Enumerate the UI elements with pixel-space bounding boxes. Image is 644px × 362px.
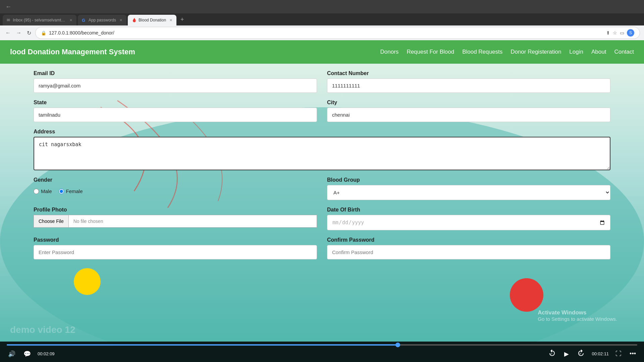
form-row-photo-dob: Profile Photo Choose File No file chosen… — [34, 207, 610, 230]
new-tab-button[interactable]: + — [178, 15, 187, 24]
tab-blood-label: Blood Donation — [139, 18, 166, 22]
more-options-button[interactable]: ••• — [628, 350, 637, 358]
navbar: lood Donation Management System Donors R… — [0, 40, 644, 64]
city-label: City — [327, 100, 610, 106]
tab-passwords-close[interactable]: ✕ — [119, 18, 122, 22]
form-row-gender-blood: Gender Male Female Blood Group A+ A- — [34, 177, 610, 200]
nav-brand: lood Donation Management System — [10, 48, 135, 56]
nav-link-contact[interactable]: Contact — [614, 49, 634, 55]
file-input-row: Choose File No file chosen — [34, 215, 317, 228]
state-input[interactable] — [34, 108, 317, 122]
form-row-state-city: State City — [34, 100, 610, 122]
tab-bar: ✉ Inbox (95) - selvamselvamtamil0... ✕ G… — [0, 13, 644, 25]
nav-forward-btn[interactable]: → — [15, 28, 23, 37]
gender-radio-group: Male Female — [34, 185, 317, 197]
form-group-confirm-password: Confirm Password — [327, 237, 610, 259]
nav-link-login[interactable]: Login — [569, 49, 583, 55]
nav-link-donors[interactable]: Donors — [380, 49, 399, 55]
video-progress-thumb[interactable] — [395, 343, 400, 347]
play-button[interactable]: ▶ — [563, 350, 570, 358]
tab-inbox-close[interactable]: ✕ — [69, 18, 72, 22]
nav-link-donor-registration[interactable]: Donor Registeration — [511, 49, 561, 55]
form-group-blood-group: Blood Group A+ A- B+ B- AB+ AB- O+ O- — [327, 177, 610, 200]
contact-label: Contact Number — [327, 70, 610, 76]
video-controls-right: 10 ▶ 30 00:02:11 ⛶ ••• — [547, 348, 637, 359]
confirm-password-input[interactable] — [327, 245, 610, 259]
gender-female-text: Female — [66, 188, 83, 194]
state-label: State — [34, 100, 317, 106]
fullscreen-exit-button[interactable]: ⛶ — [614, 350, 623, 358]
form-container: Email ID Contact Number State City Addre… — [0, 64, 644, 273]
back-button[interactable]: ← — [3, 2, 14, 12]
current-time: 00:02:09 — [38, 351, 55, 356]
tab-blood[interactable]: 🩸 Blood Donation ✕ — [128, 15, 176, 25]
blood-group-label: Blood Group — [327, 177, 610, 183]
tab-blood-close[interactable]: ✕ — [169, 18, 172, 22]
dob-input[interactable] — [327, 215, 610, 230]
city-input[interactable] — [327, 108, 610, 122]
nav-back-btn[interactable]: ← — [4, 28, 12, 37]
form-group-address: Address cit nagarsxbak — [34, 129, 610, 170]
tab-inbox-favicon: ✉ — [7, 18, 11, 22]
address-textarea[interactable]: cit nagarsxbak — [34, 137, 610, 170]
subtitles-button[interactable]: 💬 — [22, 350, 32, 358]
gender-male-radio[interactable] — [34, 189, 39, 194]
tab-inbox[interactable]: ✉ Inbox (95) - selvamselvamtamil0... ✕ — [3, 15, 76, 25]
sidebar-icon[interactable]: ▭ — [620, 30, 624, 36]
lock-icon: 🔒 — [41, 31, 46, 36]
address-bar-row: ← → ↻ 🔒 127.0.0.1:8000/become_donor/ ⬆ ☆… — [0, 25, 644, 40]
gender-male-label[interactable]: Male — [34, 188, 52, 194]
gender-male-text: Male — [41, 188, 52, 194]
forward-30-button[interactable]: 30 — [576, 348, 586, 359]
form-group-email: Email ID — [34, 70, 317, 93]
rewind-10-button[interactable]: 10 — [547, 348, 557, 359]
video-player-overlay: 🔊 💬 00:02:09 10 ▶ 30 00:02:11 ⛶ ••• — [0, 342, 644, 362]
activate-windows-subtitle: Go to Settings to activate Windows. — [538, 316, 617, 322]
form-group-city: City — [327, 100, 610, 122]
address-text: 127.0.0.1:8000/become_donor/ — [49, 30, 114, 36]
share-icon[interactable]: ⬆ — [606, 30, 610, 36]
form-group-state: State — [34, 100, 317, 122]
address-bar-icons: ⬆ ☆ ▭ S — [606, 29, 634, 37]
star-icon[interactable]: ☆ — [613, 30, 617, 36]
dob-label: Date Of Birth — [327, 207, 610, 213]
gender-female-radio[interactable] — [59, 189, 64, 194]
form-group-photo: Profile Photo Choose File No file chosen — [34, 207, 317, 230]
browser-chrome: ← ✉ Inbox (95) - selvamselvamtamil0... ✕… — [0, 0, 644, 40]
address-label: Address — [34, 129, 610, 135]
form-row-passwords: Password Confirm Password — [34, 237, 610, 259]
email-input[interactable] — [34, 78, 317, 93]
page-content: lood Donation Management System Donors R… — [0, 40, 644, 362]
nav-link-request-blood[interactable]: Request For Blood — [407, 49, 454, 55]
video-progress-fill — [7, 344, 398, 346]
nav-reload-btn[interactable]: ↻ — [25, 28, 33, 38]
tab-blood-favicon: 🩸 — [132, 18, 137, 22]
password-label: Password — [34, 237, 317, 243]
decoration-red-circle — [510, 278, 543, 312]
profile-icon[interactable]: S — [627, 29, 634, 37]
file-name-display: No file chosen — [68, 215, 317, 228]
contact-input[interactable] — [327, 78, 610, 93]
nav-link-blood-requests[interactable]: Blood Requests — [462, 49, 502, 55]
gender-label: Gender — [34, 177, 317, 183]
nav-link-about[interactable]: About — [591, 49, 606, 55]
form-row-email-contact: Email ID Contact Number — [34, 70, 610, 93]
activate-windows-notice: Activate Windows Go to Settings to activ… — [538, 309, 617, 322]
tab-passwords[interactable]: G App passwords ✕ — [78, 15, 126, 25]
tab-passwords-label: App passwords — [89, 18, 116, 22]
volume-button[interactable]: 🔊 — [7, 350, 17, 358]
svg-text:10: 10 — [550, 353, 552, 355]
choose-file-button[interactable]: Choose File — [34, 215, 68, 228]
tab-inbox-label: Inbox (95) - selvamselvamtamil0... — [13, 18, 66, 22]
profile-photo-label: Profile Photo — [34, 207, 317, 213]
blood-group-select[interactable]: A+ A- B+ B- AB+ AB- O+ O- — [327, 185, 610, 200]
activate-windows-title: Activate Windows — [538, 309, 617, 316]
address-bar[interactable]: 🔒 127.0.0.1:8000/become_donor/ ⬆ ☆ ▭ S — [35, 27, 640, 39]
svg-text:30: 30 — [579, 353, 581, 355]
gender-female-label[interactable]: Female — [59, 188, 83, 194]
video-progress-bar[interactable] — [7, 344, 637, 346]
password-input[interactable] — [34, 245, 317, 259]
form-group-contact: Contact Number — [327, 70, 610, 93]
video-controls: 🔊 💬 00:02:09 10 ▶ 30 00:02:11 ⛶ ••• — [7, 348, 637, 362]
browser-titlebar: ← — [0, 0, 644, 13]
